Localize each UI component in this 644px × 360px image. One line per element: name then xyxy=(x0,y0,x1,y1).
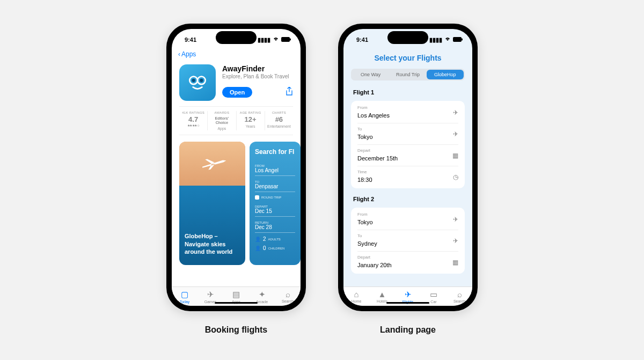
calendar-icon: ▦ xyxy=(452,152,458,159)
tab-search[interactable]: ⌕Search xyxy=(275,287,301,306)
hotel-icon: ▲ xyxy=(369,290,395,299)
stat-age[interactable]: AGE RATING 12+ Years xyxy=(237,111,265,130)
svg-point-5 xyxy=(200,79,203,82)
stats-row: 41K RATINGS 4.7 ★★★★☆ AWARDS Editors' Ch… xyxy=(179,106,293,135)
battery-icon xyxy=(281,36,291,43)
segment-control: One Way Round Trip GlobeHop xyxy=(351,69,465,80)
home-indicator[interactable] xyxy=(386,302,429,304)
signal-icon: ▮▮▮▮ xyxy=(258,36,270,43)
person-icon: 👤 xyxy=(255,237,261,242)
stat-ratings[interactable]: 41K RATINGS 4.7 ★★★★☆ xyxy=(179,111,208,130)
app-icon[interactable] xyxy=(179,64,216,101)
plane-depart-icon: ✈ xyxy=(453,109,458,116)
flight1-time[interactable]: Time18:30◷ xyxy=(357,166,458,187)
status-time: 9:41 xyxy=(356,36,368,43)
phone-appstore: 9:41 ▮▮▮▮ ‹ Apps AwayFinder Explore, Pla… xyxy=(166,24,306,311)
flight1-label: Flight 1 xyxy=(343,86,472,99)
screenshot-2[interactable]: Search for Fl FROMLos Angel TODenpasar R… xyxy=(250,142,301,265)
signal-icon: ▮▮▮▮ xyxy=(429,36,442,43)
wifi-icon xyxy=(273,36,279,43)
flight2-from[interactable]: FromTokyo✈ xyxy=(357,209,458,230)
caption-left: Booking flights xyxy=(205,325,267,335)
app-header: AwayFinder Explore, Plan & Book Travel O… xyxy=(172,61,301,106)
plane-arrive-icon: ✈ xyxy=(453,130,458,138)
notch xyxy=(387,31,428,44)
flight1-depart[interactable]: DepartDecember 15th▦ xyxy=(357,145,458,166)
home-icon: ⌂ xyxy=(343,290,369,299)
home-indicator[interactable] xyxy=(215,302,258,304)
app-name: AwayFinder xyxy=(222,64,293,73)
open-button[interactable]: Open xyxy=(222,87,252,98)
arcade-icon: ✦ xyxy=(249,290,275,299)
flight2-depart[interactable]: DepartJanuary 20th▦ xyxy=(357,252,458,273)
seg-globehop[interactable]: GlobeHop xyxy=(427,70,464,79)
person-icon: 👤 xyxy=(255,246,261,251)
stat-awards[interactable]: AWARDS Editors' Choice Apps xyxy=(208,111,236,130)
app-subtitle: Explore, Plan & Book Travel xyxy=(222,74,293,79)
page-title: Select your Flights xyxy=(343,50,472,69)
clock-icon: ◷ xyxy=(453,173,458,181)
plane-depart-icon: ✈ xyxy=(453,216,458,223)
calendar-icon: ▦ xyxy=(452,259,458,266)
search-icon: ⌕ xyxy=(447,290,472,299)
svg-rect-0 xyxy=(281,37,290,42)
back-button[interactable]: ‹ Apps xyxy=(172,50,301,61)
screenshot-1[interactable]: GlobeHop – Navigate skies around the wor… xyxy=(179,142,245,265)
flight2-label: Flight 2 xyxy=(343,193,472,205)
screenshot-1-caption: GlobeHop – Navigate skies around the wor… xyxy=(185,232,240,255)
flight1-from[interactable]: FromLos Angeles✈ xyxy=(357,102,458,123)
stat-charts[interactable]: CHARTS #6 Entertainment xyxy=(265,111,293,130)
seg-oneway[interactable]: One Way xyxy=(352,70,389,79)
svg-rect-1 xyxy=(290,39,291,41)
apps-icon: ▤ xyxy=(223,290,249,299)
flight1-card: FromLos Angeles✈ ToTokyo✈ DepartDecember… xyxy=(351,101,465,188)
status-icons: ▮▮▮▮ xyxy=(429,36,463,43)
caption-right: Landing page xyxy=(380,325,436,335)
rocket-icon: ✈ xyxy=(197,290,223,299)
plane-arrive-icon: ✈ xyxy=(453,237,458,245)
chevron-left-icon: ‹ xyxy=(178,50,180,58)
flight2-to[interactable]: ToSydney✈ xyxy=(357,230,458,252)
svg-point-4 xyxy=(192,79,195,82)
seg-roundtrip[interactable]: Round Trip xyxy=(389,70,426,79)
screenshots[interactable]: GlobeHop – Navigate skies around the wor… xyxy=(172,135,301,286)
flights-icon: ✈ xyxy=(395,290,421,299)
notch xyxy=(216,31,257,44)
today-icon: ▢ xyxy=(172,290,197,299)
svg-rect-6 xyxy=(453,37,462,42)
status-icons: ▮▮▮▮ xyxy=(258,36,291,43)
wifi-icon xyxy=(444,36,451,43)
share-icon[interactable] xyxy=(286,87,293,98)
tab-home[interactable]: ⌂Home xyxy=(343,287,369,306)
tab-today[interactable]: ▢Today xyxy=(172,287,197,306)
flight1-to[interactable]: ToTokyo✈ xyxy=(357,123,458,145)
battery-icon xyxy=(453,36,463,43)
car-icon: ▭ xyxy=(421,290,447,299)
check-icon xyxy=(255,195,259,200)
search-icon: ⌕ xyxy=(275,290,301,299)
phone-landing: 9:41 ▮▮▮▮ Select your Flights One Way Ro… xyxy=(338,24,478,311)
flight2-card: FromTokyo✈ ToSydney✈ DepartJanuary 20th▦ xyxy=(351,208,465,274)
svg-rect-7 xyxy=(462,39,463,41)
back-label: Apps xyxy=(181,50,196,58)
tab-search[interactable]: ⌕Search xyxy=(447,287,472,306)
status-time: 9:41 xyxy=(185,36,196,43)
